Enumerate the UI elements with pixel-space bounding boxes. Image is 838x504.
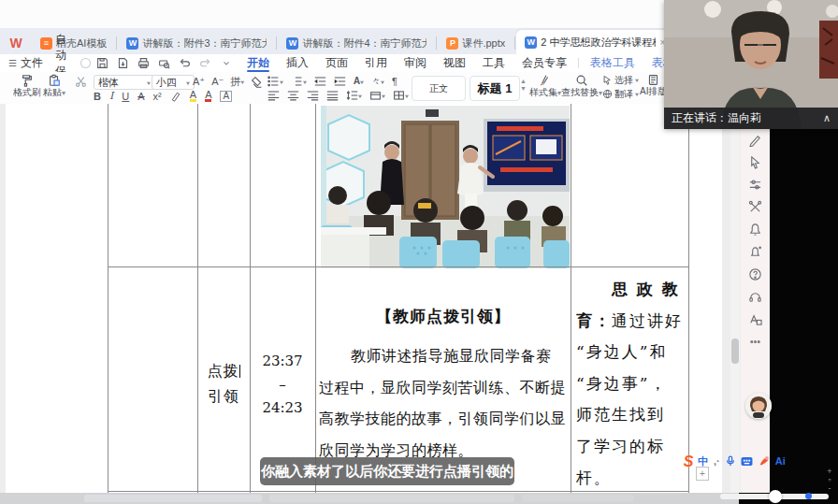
highlight-pen-button[interactable] [170,91,181,102]
more-dots-icon[interactable] [748,335,762,349]
tab-separator [116,36,117,50]
menu-file[interactable]: ☰ 文件 [0,54,51,72]
paste-button[interactable]: 粘贴▾ [43,74,65,98]
borders-button[interactable]: ▾ [393,90,409,101]
text-direction-button[interactable]: 𝐀▾ [354,76,364,87]
menu-item-6[interactable]: 工具 [474,54,513,72]
autosave-toggle[interactable] [80,58,91,68]
keyboard-icon[interactable] [741,456,753,467]
bell-add-icon[interactable] [748,245,762,259]
undo-icon[interactable] [178,56,193,71]
bold-button[interactable]: B [94,91,101,102]
small-plus-button[interactable]: + [696,467,709,481]
table-cell-row-label[interactable]: 点拨 引领 [197,358,250,409]
video-progress-knob[interactable] [769,490,782,503]
menu-item-1[interactable]: 插入 [278,54,317,72]
speaking-label: 正在讲话：温向莉 [672,110,761,126]
table-cell-time[interactable]: 23:37 – 24:23 [250,350,315,420]
table-cell-guidance[interactable]: 【教师点拨引领】 教师讲述指导施显欣同学备赛过程中，显欣同学刻苦训练、不断提高教… [319,306,568,466]
wps-home-button[interactable]: W [0,32,32,54]
wps-doc-icon: W [286,37,298,50]
wps-doc-icon: W [126,37,138,50]
increase-indent-button[interactable] [334,76,346,87]
mic-icon[interactable] [726,455,735,467]
document-tab-4[interactable]: W2 中学思想政治学科课程标准× [516,30,673,54]
styles-set-button[interactable]: 样式集▾ [529,74,561,98]
bell-edit-icon[interactable] [748,223,762,237]
table-cell-sizheng[interactable]: 思 政 教育：通过讲好“身边人”和“身边事”，师范生找到了学习的标杆。 [576,274,686,494]
font-size-select[interactable]: 小四▾ [152,75,195,90]
document-scrollbar-thumb[interactable] [731,338,739,364]
more-chevron-icon[interactable] [219,56,234,71]
line-spacing-button[interactable]: ▾ [346,90,362,101]
save-icon[interactable] [95,56,110,71]
style-normal[interactable]: 正文 [412,76,466,101]
decrease-indent-button[interactable] [314,76,326,87]
print-preview-icon[interactable] [157,56,172,71]
sizheng-line: 杆。 [576,463,686,495]
sogou-ime-logo[interactable]: S [680,454,697,470]
table-horizontal-border [108,266,688,267]
menu-item-3[interactable]: 引用 [356,54,396,72]
tabs-container: ≡稻壳AI模板W讲解版：附件3：南宁师范大学W讲解版：附件4：南宁师范大学202… [32,30,676,54]
menu-home[interactable]: 开始 [238,54,278,72]
strikethrough-button[interactable]: A [137,91,144,102]
document-scrollbar-track[interactable] [730,104,740,493]
classroom-teaching-photo[interactable] [321,106,570,268]
numbered-list-button[interactable]: ▾ [291,76,307,87]
redo-icon[interactable] [198,56,213,71]
menu-item-8[interactable]: 表格工具 [582,54,643,72]
sliders-icon[interactable] [748,178,762,192]
pinyin-guide-button[interactable]: 拼▾ [230,75,244,89]
select-button[interactable]: 选择▾ [602,75,639,85]
justify-button[interactable] [326,90,339,101]
print-icon[interactable] [137,56,152,71]
ime-ai-button[interactable]: Ai [775,455,786,467]
find-replace-button[interactable]: 查找替换▾ [561,74,602,98]
cut-button[interactable] [75,76,87,88]
export-icon[interactable] [116,56,131,71]
table-vertical-border [108,104,108,493]
menu-item-7[interactable]: 会员专享 [513,54,575,72]
font-color-button[interactable]: A [205,90,211,102]
sticker-avatar[interactable] [745,393,772,419]
format-painter-button[interactable]: 格式刷 [13,74,41,97]
translate-button[interactable]: 翻译▾ [602,89,639,99]
document-tab-2[interactable]: W讲解版：附件4：南宁师范大学202 [278,32,435,54]
show-paragraph-marks-button[interactable]: ¶ [392,76,397,87]
punct-icon[interactable]: ,· [714,455,720,467]
help-icon[interactable] [748,267,762,281]
tab-separator [436,36,437,50]
increase-font-button[interactable]: A⁺ [193,76,205,88]
collapse-video-chevron-icon[interactable]: ∧ [823,112,831,124]
align-center-button[interactable] [287,90,299,101]
align-left-button[interactable] [267,90,280,101]
decrease-font-button[interactable]: A⁻ [211,76,224,88]
tools-icon[interactable] [748,200,762,214]
document-tab-1[interactable]: W讲解版：附件3：南宁师范大学 [118,32,275,54]
docer-icon: ≡ [40,37,52,50]
shading-button[interactable]: ▾ [369,90,385,101]
menu-item-2[interactable]: 页面 [317,54,356,72]
text-highlight-color-button[interactable]: A [190,90,196,102]
mini-zoom-controls[interactable]: +▫- [824,468,835,493]
underline-button[interactable]: U [122,91,129,102]
skin-brush-icon[interactable] [759,455,770,467]
italic-button[interactable]: I [109,90,113,102]
bullet-list-button[interactable]: ▾ [267,76,283,87]
asian-layout-button[interactable]: 々▾ [371,75,384,88]
superscript-button[interactable]: x² [153,91,162,102]
style-gallery-spinner[interactable]: ▲▼ [520,78,527,93]
character-shading-button[interactable]: A [220,91,232,102]
clear-format-button[interactable] [251,76,263,88]
document-tab-3[interactable]: P课件.pptx [438,32,513,54]
font-name-select[interactable]: 楷体▾ [94,75,155,90]
style-heading1[interactable]: 标题 1 [470,76,520,101]
align-right-button[interactable] [307,90,319,101]
menu-item-4[interactable]: 审阅 [396,54,435,72]
translate-icon[interactable] [748,312,762,326]
cursor-select-icon[interactable] [748,155,762,169]
headset-icon[interactable] [748,290,762,304]
pen-icon[interactable] [748,133,762,147]
menu-item-5[interactable]: 视图 [435,54,474,72]
